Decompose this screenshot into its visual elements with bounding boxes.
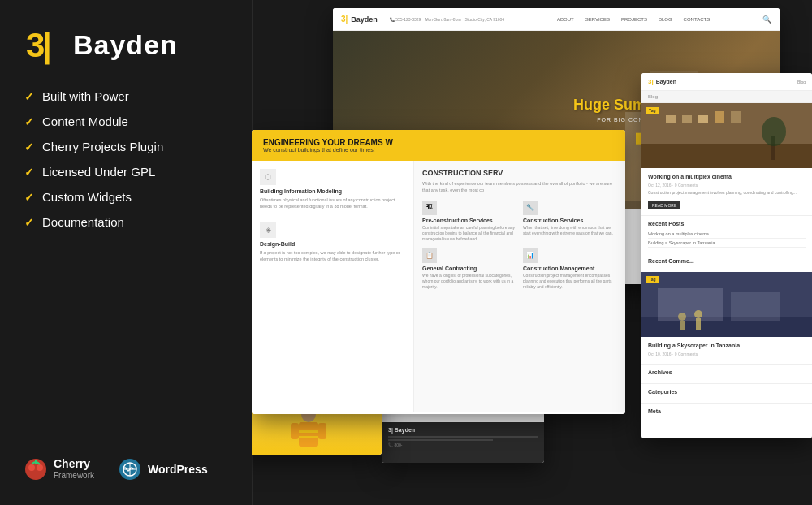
yellow-banner: ENGINEERING YOUR DREAMS W We construct b… xyxy=(252,130,625,161)
svg-rect-35 xyxy=(666,115,676,123)
categories-sidebar: Categories xyxy=(641,383,812,403)
pre-construction-icon: 🏗 xyxy=(422,201,437,215)
post-1-desc: Construction project management involves… xyxy=(648,190,806,196)
post-2-title[interactable]: Building a Skyscraper in Tanzania xyxy=(648,342,806,349)
ms-contact: 📞 555-123-3329 Mon-Sun: 8am-8pm Studio C… xyxy=(390,17,504,22)
services-section: ⬡ Building Information Modeling Oftentim… xyxy=(252,161,625,412)
cherry-brand: Cherry xyxy=(54,457,94,471)
feature-item-5: ✓ Custom Widgets xyxy=(24,190,227,204)
check-icon-1: ✓ xyxy=(24,90,34,103)
check-icon-4: ✓ xyxy=(24,166,34,179)
svc-grid-1: 🏗 Pre-construction Services Our initial … xyxy=(422,201,516,242)
ms-logo: 3| Bayden xyxy=(341,15,378,24)
svg-rect-45 xyxy=(731,292,780,321)
brand-name: Bayden xyxy=(73,29,178,61)
svg-rect-44 xyxy=(658,288,723,321)
svg-rect-34 xyxy=(641,144,812,168)
svc-grid-2: 🔧 Construction Services When that set, t… xyxy=(523,201,617,242)
post-2-image: Tag xyxy=(641,272,812,337)
search-icon[interactable]: 🔍 xyxy=(762,15,771,24)
recent-comments-sidebar: Recent Comme... xyxy=(641,252,812,272)
sidebar-recent-2[interactable]: Building a Skyscraper in Tanzania xyxy=(648,239,806,248)
svg-rect-30 xyxy=(318,423,326,439)
wordpress-icon xyxy=(119,458,141,481)
ts-footer-logo: 3| Bayden xyxy=(388,427,538,433)
archives-title: Archives xyxy=(648,369,806,375)
ms-header: 3| Bayden 📞 555-123-3329 Mon-Sun: 8am-8p… xyxy=(333,8,780,31)
recent-posts-title: Recent Posts xyxy=(648,221,806,227)
post-2-tag: Tag xyxy=(646,276,659,283)
post-1-tag: Tag xyxy=(646,107,659,114)
logo-area: 3 | Bayden xyxy=(24,24,227,65)
svg-rect-29 xyxy=(291,423,299,439)
footer-phone: 📞 800- xyxy=(388,442,538,447)
svg-rect-37 xyxy=(698,115,708,123)
svg-point-4 xyxy=(37,464,43,471)
cherry-framework-logo: Cherry Framework xyxy=(24,457,94,481)
read-more-1[interactable]: READ MORE xyxy=(648,201,680,209)
second-screenshot: ENGINEERING YOUR DREAMS W We construct b… xyxy=(252,130,625,414)
left-panel: 3 | Bayden ✓ Built with Power ✓ Content … xyxy=(0,0,252,505)
service-item-1: ⬡ Building Information Modeling Oftentim… xyxy=(260,169,405,210)
svg-rect-47 xyxy=(680,321,685,330)
ms-nav: ABOUT SERVICES PROJECTS BLOG CONTACTS xyxy=(516,15,750,24)
services-title: CONSTRUCTION SERV xyxy=(422,169,617,177)
meta-title: Meta xyxy=(648,408,806,414)
services-right: CONSTRUCTION SERV With the kind of exper… xyxy=(414,161,625,412)
check-icon-6: ✓ xyxy=(24,216,34,229)
post-1-image: Tag xyxy=(641,103,812,168)
recent-comments-title: Recent Comme... xyxy=(648,258,806,264)
service-item-2: ◈ Design-Build If a project is not too c… xyxy=(260,222,405,263)
post-1-svg xyxy=(641,103,812,168)
bottom-logos: Cherry Framework WordPress xyxy=(24,441,227,481)
post-1-text: Working on a multiplex cinema Oct 12, 20… xyxy=(641,168,812,215)
ts-footer: 3| Bayden 📞 800- xyxy=(382,422,544,463)
features-list: ✓ Built with Power ✓ Content Module ✓ Ch… xyxy=(24,89,227,229)
fs-header: 3| Bayden Blog xyxy=(641,73,812,91)
post-1-title[interactable]: Working on a multiplex cinema xyxy=(648,173,806,180)
svg-point-46 xyxy=(678,313,686,321)
yellow-banner-title: ENGINEERING YOUR DREAMS W xyxy=(263,138,614,147)
management-icon: 📊 xyxy=(523,248,538,263)
services-grid: 🏗 Pre-construction Services Our initial … xyxy=(422,201,617,290)
fs-content: Blog Tag xyxy=(641,91,812,422)
feature-item-4: ✓ Licensed Under GPL xyxy=(24,165,227,179)
svc-grid-4: 📊 Construction Management Construction p… xyxy=(523,248,617,290)
fs-logo: 3| Bayden xyxy=(648,78,676,85)
svg-rect-36 xyxy=(682,115,692,123)
feature-item-2: ✓ Content Module xyxy=(24,114,227,128)
right-panel: 3| Bayden 📞 555-123-3329 Mon-Sun: 8am-8p… xyxy=(252,0,812,505)
blog-breadcrumb: Blog xyxy=(641,91,812,103)
svg-rect-49 xyxy=(696,318,701,330)
svg-rect-28 xyxy=(299,422,318,447)
svg-rect-38 xyxy=(715,111,724,123)
blog-screenshot: 3| Bayden Blog Blog Tag xyxy=(641,73,812,438)
feature-item-3: ✓ Cherry Projects Plugin xyxy=(24,140,227,153)
svg-rect-31 xyxy=(299,430,318,433)
archives-sidebar: Archives xyxy=(641,364,812,383)
sidebar-recent-1[interactable]: Working on a multiplex cinema xyxy=(648,230,806,239)
wordpress-brand: WordPress xyxy=(148,463,208,476)
svc-grid-3: 📋 General Contracting We have a long lis… xyxy=(422,248,516,290)
meta-sidebar: Meta xyxy=(641,403,812,422)
check-icon-5: ✓ xyxy=(24,191,34,204)
services-desc: With the kind of experience our team mem… xyxy=(422,180,617,194)
svg-text:|: | xyxy=(42,26,52,65)
svg-rect-39 xyxy=(731,111,741,123)
categories-title: Categories xyxy=(648,389,806,395)
check-icon-3: ✓ xyxy=(24,140,34,153)
feature-item-6: ✓ Documentation xyxy=(24,215,227,229)
services-left: ⬡ Building Information Modeling Oftentim… xyxy=(252,161,414,412)
bim-icon: ⬡ xyxy=(260,169,276,185)
fs-nav: Blog xyxy=(681,80,806,84)
check-icon-2: ✓ xyxy=(24,115,34,128)
feature-item-1: ✓ Built with Power xyxy=(24,89,227,103)
svg-rect-32 xyxy=(299,436,318,438)
cherry-icon xyxy=(24,458,47,481)
cherry-sub: Framework xyxy=(54,471,94,481)
yellow-banner-sub: We construct buildings that define our t… xyxy=(263,147,614,153)
contracting-icon: 📋 xyxy=(422,248,437,263)
svg-point-3 xyxy=(28,464,35,471)
post-1-meta: Oct 12, 2016 · 0 Comments xyxy=(648,183,806,188)
bayden-logo-icon: 3 | xyxy=(24,24,65,65)
